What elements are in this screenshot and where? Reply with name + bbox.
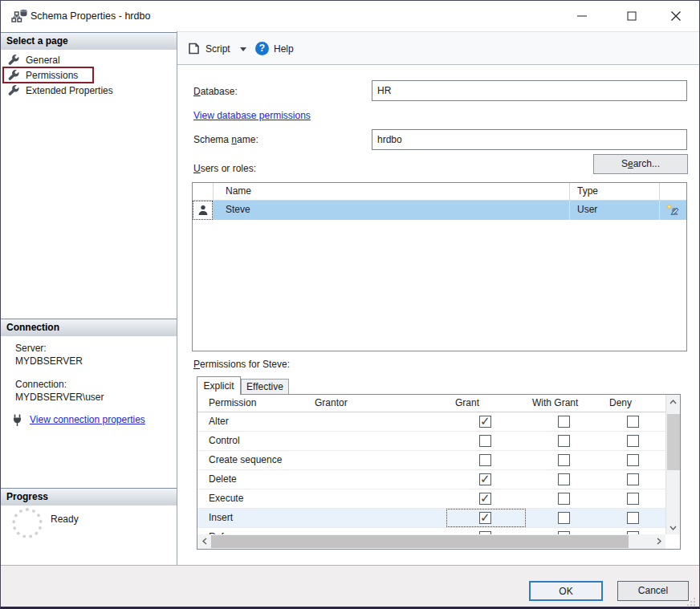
wrench-icon xyxy=(8,85,19,96)
column-header-grantor[interactable]: Grantor xyxy=(315,397,348,408)
permissions-highlight-annotation xyxy=(2,67,94,83)
maximize-button[interactable] xyxy=(613,1,650,31)
scroll-right-arrow-icon[interactable] xyxy=(652,534,665,548)
progress-header: Progress xyxy=(1,488,177,505)
horizontal-scroll-thumb[interactable] xyxy=(211,535,629,548)
connection-label: Connection: xyxy=(15,379,67,390)
permission-row[interactable]: References xyxy=(197,528,665,534)
permission-row[interactable]: Control xyxy=(197,432,665,451)
permission-name-cell: Delete xyxy=(209,473,237,485)
with-grant-checkbox[interactable] xyxy=(558,512,570,524)
horizontal-scrollbar[interactable] xyxy=(197,534,665,549)
permission-name-cell: Alter xyxy=(209,416,229,427)
with-grant-checkbox[interactable] xyxy=(558,435,570,447)
schema-properties-dialog: Schema Properties - hrdbo Select a page … xyxy=(0,0,700,609)
schema-name-field[interactable]: hrdbo xyxy=(372,129,687,150)
wrench-icon xyxy=(8,55,19,66)
toolbar: Script ? Help xyxy=(177,31,699,65)
minimize-button[interactable] xyxy=(564,1,600,31)
deny-checkbox[interactable] xyxy=(627,454,639,466)
connection-value: MYDBSERVER\user xyxy=(15,392,104,403)
grant-checkbox[interactable] xyxy=(479,435,491,447)
column-header-with-grant[interactable]: With Grant xyxy=(532,397,578,408)
users-table-header: Name Type xyxy=(193,183,686,201)
column-header-deny[interactable]: Deny xyxy=(609,397,632,408)
script-icon xyxy=(187,42,201,55)
scroll-left-arrow-icon[interactable] xyxy=(197,534,211,548)
view-database-permissions-link[interactable]: View database permissions xyxy=(193,110,311,121)
deny-checkbox[interactable] xyxy=(627,473,639,485)
permission-name-cell: Control xyxy=(209,435,240,446)
view-connection-properties-link[interactable]: View connection properties xyxy=(30,414,145,425)
grant-checkbox[interactable]: ✓ xyxy=(479,493,491,505)
with-grant-checkbox[interactable] xyxy=(558,454,570,466)
search-button[interactable]: Search... xyxy=(593,154,688,174)
column-header-name[interactable]: Name xyxy=(226,185,251,197)
schema-icon xyxy=(11,8,27,24)
database-field[interactable]: HR xyxy=(372,80,687,101)
select-a-page-header: Select a page xyxy=(1,32,177,50)
permissions-for-label: Permissions for Steve: xyxy=(193,359,290,370)
ok-button[interactable]: OK xyxy=(529,581,603,601)
close-icon xyxy=(671,11,682,22)
progress-spinner-icon xyxy=(12,508,43,538)
permission-name-cell: Create sequence xyxy=(209,454,282,465)
scroll-up-arrow-icon[interactable] xyxy=(666,395,680,408)
column-header-type[interactable]: Type xyxy=(577,185,598,197)
permission-row[interactable]: Create sequence xyxy=(197,451,665,470)
user-icon xyxy=(197,204,210,217)
main-panel: Database: HR View database permissions S… xyxy=(177,65,700,565)
column-header-grant[interactable]: Grant xyxy=(455,397,479,408)
with-grant-checkbox[interactable] xyxy=(558,493,570,505)
help-icon: ? xyxy=(255,42,269,55)
grid-body: Alter✓ControlCreate sequenceDelete✓Execu… xyxy=(197,412,665,534)
column-header-permission[interactable]: Permission xyxy=(209,397,256,408)
plug-icon xyxy=(10,413,24,427)
deny-checkbox[interactable] xyxy=(627,416,639,428)
server-value: MYDBSERVER xyxy=(15,355,83,367)
with-grant-checkbox[interactable] xyxy=(558,473,570,485)
cancel-button[interactable]: Cancel xyxy=(617,581,689,601)
grant-checkbox[interactable]: ✓ xyxy=(479,473,491,485)
sidebar-item-extended-properties[interactable]: Extended Properties xyxy=(1,83,177,99)
user-name-cell: Steve xyxy=(226,204,250,215)
permission-row[interactable]: Execute✓ xyxy=(197,489,665,509)
server-label: Server: xyxy=(15,343,47,354)
user-type-cell: User xyxy=(577,204,597,215)
progress-status: Ready xyxy=(51,514,79,525)
close-button[interactable] xyxy=(657,1,694,31)
users-or-roles-label: Users or roles: xyxy=(193,163,256,174)
row-selector-cell[interactable] xyxy=(193,201,213,220)
resize-grip[interactable] xyxy=(686,597,696,607)
users-or-roles-table: Name Type Steve User xyxy=(192,182,687,351)
grid-header: Permission Grantor Grant With Grant Deny xyxy=(197,395,680,412)
deny-checkbox[interactable] xyxy=(627,435,639,447)
vertical-scroll-thumb[interactable] xyxy=(667,414,680,470)
help-button[interactable]: Help xyxy=(274,43,294,55)
permission-row[interactable]: Delete✓ xyxy=(197,470,665,489)
permission-row[interactable]: Alter✓ xyxy=(197,412,665,432)
permissions-grid: Permission Grantor Grant With Grant Deny… xyxy=(197,394,681,550)
with-grant-checkbox[interactable] xyxy=(558,416,570,428)
schema-name-label: Schema name: xyxy=(193,134,258,145)
grant-checkbox[interactable] xyxy=(479,454,491,466)
table-row[interactable]: Steve User xyxy=(193,201,686,220)
footer-bar: OK Cancel xyxy=(1,565,699,609)
deny-checkbox[interactable] xyxy=(627,493,639,505)
script-button[interactable]: Script xyxy=(206,43,230,55)
focused-cell-outline xyxy=(446,509,526,527)
permission-name-cell: Insert xyxy=(209,512,233,523)
tab-explicit[interactable]: Explicit xyxy=(197,376,241,395)
grant-checkbox[interactable]: ✓ xyxy=(479,416,491,428)
permission-row[interactable]: Insert✓ xyxy=(197,509,665,528)
connection-header: Connection xyxy=(1,319,177,336)
sidebar: Select a page General Permissions Extend… xyxy=(1,31,177,565)
tab-effective[interactable]: Effective xyxy=(241,379,289,395)
permission-name-cell: Execute xyxy=(209,493,243,504)
script-dropdown-caret-icon[interactable] xyxy=(240,47,246,51)
user-edit-icon[interactable] xyxy=(665,203,679,217)
vertical-scrollbar[interactable] xyxy=(665,395,680,534)
scroll-down-arrow-icon[interactable] xyxy=(666,521,680,534)
window-title: Schema Properties - hrdbo xyxy=(31,1,150,31)
deny-checkbox[interactable] xyxy=(627,512,639,524)
